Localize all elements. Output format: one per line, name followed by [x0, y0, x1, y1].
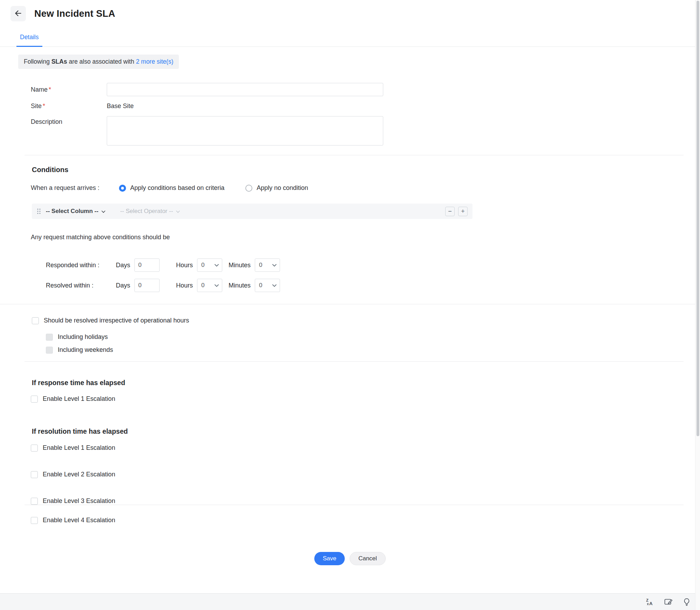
chevron-down-icon [215, 262, 219, 269]
chevron-down-icon [102, 208, 105, 215]
resolution-level4-row: Enable Level 4 Escalation [31, 517, 700, 524]
including-holidays-checkbox [46, 334, 53, 341]
resolved-hours-select[interactable]: 0 [197, 279, 222, 292]
cancel-button[interactable]: Cancel [350, 552, 386, 565]
radio-selected-icon[interactable] [119, 185, 126, 192]
resolution-level2-label: Enable Level 2 Escalation [43, 471, 115, 478]
name-label: Name* [31, 86, 107, 93]
remove-condition-button[interactable]: − [445, 207, 455, 216]
resolution-level3-row: Enable Level 3 Escalation [31, 497, 700, 505]
resolution-level3-label: Enable Level 3 Escalation [43, 497, 115, 505]
response-elapsed-heading: If response time has elapsed [32, 379, 700, 387]
tab-bar: Details [0, 27, 700, 47]
select-column-dropdown[interactable]: -- Select Column -- [46, 208, 105, 215]
new-incident-sla-page: New Incident SLA Details Following SLAs … [0, 0, 700, 610]
radio-apply-conditions[interactable]: Apply conditions based on criteria [119, 184, 224, 192]
resolution-level3-checkbox[interactable] [31, 498, 38, 505]
including-weekends-checkbox [46, 347, 53, 354]
responded-minutes-value: 0 [259, 262, 262, 269]
select-operator-dropdown: -- Select Operator -- [120, 208, 180, 215]
resolved-minutes-value: 0 [259, 282, 262, 289]
resolution-level2-row: Enable Level 2 Escalation [31, 471, 700, 478]
responded-hours-select[interactable]: 0 [197, 258, 222, 272]
site-value: Base Site [107, 102, 383, 110]
feedback-icon[interactable] [664, 597, 673, 607]
minutes-label: Minutes [229, 282, 251, 289]
resolution-level1-checkbox[interactable] [31, 445, 38, 452]
response-level1-row: Enable Level 1 Escalation [31, 395, 700, 403]
resolved-days-input[interactable] [134, 279, 160, 292]
banner-bold: SLAs [51, 58, 67, 65]
section-divider [24, 505, 684, 505]
arrives-label: When a request arrives : [31, 184, 99, 192]
operational-hours-row: Should be resolved irrespective of opera… [32, 317, 700, 324]
translate-icon[interactable]: Z A [645, 597, 655, 607]
resolved-within-row: Resolved within : Days Hours 0 Minutes 0 [46, 279, 700, 292]
associated-sites-banner: Following SLAs are also associated with … [18, 55, 179, 69]
lightbulb-icon[interactable] [682, 597, 692, 607]
radio-no-condition-label: Apply no condition [257, 184, 308, 192]
hours-label: Hours [176, 282, 193, 289]
description-row: Description [31, 116, 700, 146]
responded-days-input[interactable] [134, 258, 160, 272]
section-divider [24, 361, 684, 362]
radio-no-condition[interactable]: Apply no condition [245, 184, 308, 192]
svg-text:A: A [649, 601, 653, 606]
hours-label: Hours [176, 262, 193, 269]
description-textarea[interactable] [107, 116, 383, 146]
radio-apply-conditions-label: Apply conditions based on criteria [130, 184, 224, 192]
conditions-heading: Conditions [32, 166, 700, 174]
save-button[interactable]: Save [314, 552, 345, 565]
responded-hours-value: 0 [201, 262, 204, 269]
svg-text:Z: Z [646, 598, 649, 602]
request-arrives-row: When a request arrives : Apply condition… [31, 184, 700, 192]
resolved-within-label: Resolved within : [46, 282, 116, 289]
days-label: Days [116, 282, 130, 289]
responded-minutes-select[interactable]: 0 [255, 258, 280, 272]
response-level1-label: Enable Level 1 Escalation [43, 395, 115, 403]
form-actions: Save Cancel [0, 552, 700, 565]
resolution-level1-label: Enable Level 1 Escalation [43, 444, 115, 452]
add-condition-button[interactable]: + [458, 207, 468, 216]
operational-hours-label: Should be resolved irrespective of opera… [44, 317, 189, 324]
page-title: New Incident SLA [34, 8, 115, 19]
details-form: Name* Site* Base Site Description [31, 83, 700, 146]
including-weekends-row: Including weekends [46, 346, 700, 354]
resolution-level2-checkbox[interactable] [31, 471, 38, 478]
name-input[interactable] [107, 83, 383, 96]
resolution-level4-checkbox[interactable] [31, 517, 38, 524]
required-marker: * [49, 86, 51, 93]
banner-text-before: Following [24, 58, 50, 65]
back-button[interactable] [10, 6, 26, 21]
matching-conditions-text: Any request matching above conditions sh… [31, 234, 700, 241]
operational-hours-checkbox[interactable] [32, 317, 39, 324]
select-column-value: -- Select Column -- [46, 208, 98, 215]
more-sites-link[interactable]: 2 more site(s) [136, 58, 173, 65]
including-weekends-label: Including weekends [58, 346, 113, 354]
chevron-down-icon [272, 282, 276, 289]
name-row: Name* [31, 83, 700, 96]
resolved-minutes-select[interactable]: 0 [255, 279, 280, 292]
vertical-scrollbar-track[interactable] [695, 0, 700, 610]
minutes-label: Minutes [229, 262, 251, 269]
responded-within-row: Responded within : Days Hours 0 Minutes … [46, 258, 700, 272]
required-marker: * [43, 102, 45, 109]
vertical-scrollbar-thumb[interactable] [696, 1, 699, 436]
responded-within-label: Responded within : [46, 262, 116, 269]
including-holidays-label: Including holidays [58, 333, 108, 341]
chevron-down-icon [272, 262, 276, 269]
drag-handle-icon[interactable] [37, 208, 41, 214]
radio-unselected-icon[interactable] [245, 185, 252, 192]
tab-details[interactable]: Details [16, 34, 42, 47]
banner-text-middle: are also associated with [69, 58, 134, 65]
chevron-down-icon [215, 282, 219, 289]
response-level1-checkbox[interactable] [31, 396, 38, 403]
site-label: Site* [31, 102, 107, 110]
days-label: Days [116, 262, 130, 269]
including-holidays-row: Including holidays [46, 333, 700, 341]
section-divider [24, 155, 684, 155]
select-operator-value: -- Select Operator -- [120, 208, 173, 215]
sticky-section-divider [0, 304, 700, 304]
resolution-level1-row: Enable Level 1 Escalation [31, 444, 700, 452]
resolution-elapsed-heading: If resolution time has elapsed [32, 427, 700, 435]
